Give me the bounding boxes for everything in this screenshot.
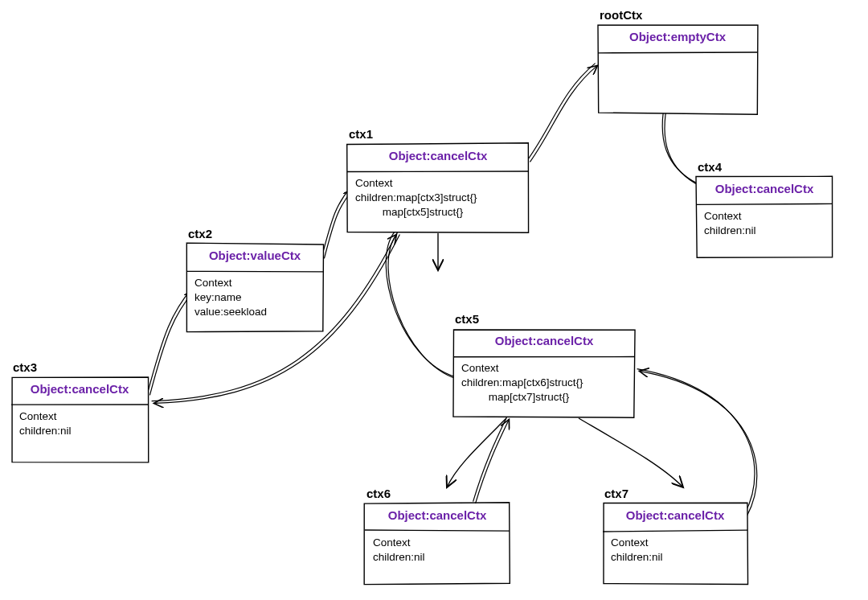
node-title-ctx2: Object:valueCtx	[186, 244, 323, 271]
node-title-ctx1: Object:cancelCtx	[347, 144, 529, 171]
node-title-ctx5: Object:cancelCtx	[453, 329, 635, 356]
node-label-rootCtx: rootCtx	[598, 8, 757, 22]
node-ctx4: ctx4Object:cancelCtxContext children:nil	[696, 160, 833, 257]
node-box-ctx7: Object:cancelCtxContext children:nil	[603, 503, 747, 584]
arrow-ctx5-to-ctx7	[579, 418, 683, 487]
node-label-ctx6: ctx6	[365, 487, 510, 500]
node-box-ctx6: Object:cancelCtxContext children:nil	[365, 503, 510, 584]
node-title-ctx3: Object:cancelCtx	[11, 377, 148, 405]
node-ctx3: ctx3Object:cancelCtxContext children:nil	[11, 360, 148, 462]
node-ctx5: ctx5Object:cancelCtxContext children:map…	[453, 312, 635, 417]
node-box-ctx5: Object:cancelCtxContext children:map[ctx…	[453, 329, 635, 417]
node-label-ctx1: ctx1	[347, 127, 529, 141]
node-title-ctx6: Object:cancelCtx	[365, 503, 510, 531]
node-box-ctx2: Object:valueCtxContext key:name value:se…	[186, 244, 323, 332]
arrow-ctx3-to-ctx2-a	[148, 289, 192, 393]
node-box-ctx3: Object:cancelCtxContext children:nil	[11, 377, 148, 462]
node-body-ctx3: Context children:nil	[11, 405, 148, 443]
node-label-ctx5: ctx5	[453, 312, 635, 326]
node-label-ctx4: ctx4	[696, 160, 833, 174]
node-ctx7: ctx7Object:cancelCtxContext children:nil	[603, 487, 747, 584]
node-ctx6: ctx6Object:cancelCtxContext children:nil	[365, 487, 510, 584]
node-label-ctx3: ctx3	[11, 360, 148, 374]
node-title-rootCtx: Object:emptyCtx	[598, 25, 757, 52]
node-body-ctx7: Context children:nil	[603, 531, 747, 569]
arrow-ctx5-to-ctx6	[447, 418, 506, 487]
node-box-ctx4: Object:cancelCtxContext children:nil	[696, 177, 833, 257]
node-label-ctx2: ctx2	[186, 227, 323, 240]
node-body-ctx6: Context children:nil	[365, 531, 510, 569]
node-body-rootCtx	[598, 52, 757, 62]
arrow-ctx5-to-ctx1-b	[388, 234, 457, 379]
node-ctx2: ctx2Object:valueCtxContext key:name valu…	[186, 227, 323, 332]
node-box-ctx1: Object:cancelCtxContext children:map[ctx…	[347, 144, 529, 232]
arrow-ctx5-to-ctx1-a	[386, 232, 455, 377]
node-title-ctx7: Object:cancelCtx	[603, 503, 747, 531]
node-box-rootCtx: Object:emptyCtx	[598, 25, 757, 113]
node-body-ctx1: Context children:map[ctx3]struct{} map[c…	[347, 171, 529, 225]
node-rootCtx: rootCtxObject:emptyCtx	[598, 8, 757, 113]
node-body-ctx2: Context key:name value:seekload	[186, 271, 323, 325]
node-ctx1: ctx1Object:cancelCtxContext children:map…	[347, 127, 529, 232]
node-body-ctx5: Context children:map[ctx6]struct{} map[c…	[453, 356, 635, 410]
node-label-ctx7: ctx7	[603, 487, 747, 500]
node-title-ctx4: Object:cancelCtx	[696, 177, 833, 204]
arrow-ctx1-to-root-b	[530, 65, 597, 162]
node-body-ctx4: Context children:nil	[696, 204, 833, 243]
arrow-ctx1-to-root-a	[528, 64, 596, 160]
